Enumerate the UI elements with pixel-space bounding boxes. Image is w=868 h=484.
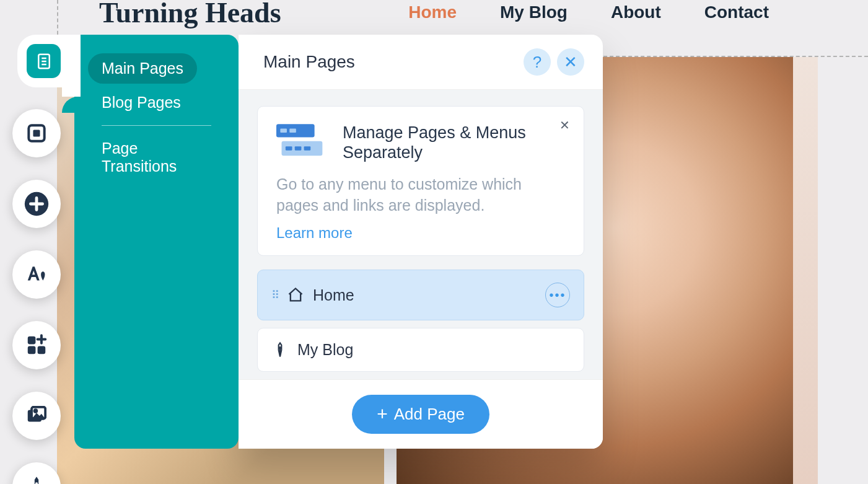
svg-point-13 [34,410,37,412]
left-toolbar [12,36,61,484]
svg-rect-5 [33,130,40,136]
pen-icon [271,341,289,359]
pages-panel: Main Pages ? ✕ ✕ [239,35,603,449]
info-card-close-button[interactable]: ✕ [559,118,570,133]
media-icon [25,404,48,428]
hero-image-right-edge [793,57,818,484]
tool-blog-button[interactable] [12,462,61,484]
tool-apps-button[interactable] [12,321,61,369]
nav-link-home[interactable]: Home [408,2,457,22]
page-item-my-blog[interactable]: My Blog [257,328,584,372]
svg-rect-22 [304,146,311,150]
close-panel-button[interactable]: ✕ [557,48,584,76]
section-icon [25,121,48,145]
drag-handle-icon[interactable]: ⠿ [271,288,278,302]
tool-pages-button[interactable] [17,35,70,87]
info-card-description: Go to any menu to customize which pages … [276,174,565,216]
svg-rect-21 [295,146,302,150]
add-page-label: Add Page [394,405,465,424]
nav-link-contact[interactable]: Contact [704,2,769,22]
plus-icon: + [377,408,388,420]
panel-header: Main Pages ? ✕ [239,35,603,90]
close-icon: ✕ [564,53,577,72]
nav-link-about[interactable]: About [611,2,661,22]
page-item-label: My Blog [297,341,353,359]
category-blog-pages[interactable]: Blog Pages [88,84,225,121]
plus-circle-icon [22,190,51,218]
site-header[interactable]: Turning Heads Home My Blog About Contact [0,0,868,37]
tool-add-button[interactable] [12,180,61,228]
page-item-more-button[interactable]: ••• [545,283,570,307]
panel-title: Main Pages [263,52,517,72]
pen-nib-icon [25,475,48,484]
tool-section-button[interactable] [12,109,61,157]
svg-rect-17 [280,129,287,133]
close-icon: ✕ [559,118,570,132]
category-divider [102,125,211,126]
info-card-title: Manage Pages & Menus Separately [343,123,565,163]
home-icon [287,286,304,304]
page-list: ⠿ Home ••• [257,270,584,372]
svg-rect-7 [28,337,36,345]
site-title[interactable]: Turning Heads [99,0,281,29]
svg-rect-20 [286,146,292,150]
panel-body: ✕ Manage Pages & Menus Separately [239,90,603,379]
theme-icon [25,263,48,286]
svg-rect-8 [38,346,46,354]
page-item-home[interactable]: ⠿ Home ••• [257,270,584,320]
add-page-button[interactable]: + Add Page [352,395,489,434]
svg-point-23 [279,347,281,349]
pages-icon [35,52,53,71]
category-main-pages[interactable]: Main Pages [88,53,197,84]
panel-footer: + Add Page [239,379,603,449]
nav-link-blog[interactable]: My Blog [500,2,568,22]
page-item-label: Home [313,286,354,304]
menus-illustration-icon [276,123,329,161]
svg-rect-9 [28,346,36,354]
info-card-learn-more-link[interactable]: Learn more [276,224,565,242]
pages-category-sidebar: Main Pages Blog Pages Page Transitions [74,35,239,449]
category-page-transitions[interactable]: Page Transitions [88,130,225,185]
help-button[interactable]: ? [524,48,551,76]
info-card: ✕ Manage Pages & Menus Separately [257,106,584,256]
more-icon: ••• [549,288,566,302]
help-icon: ? [533,53,541,72]
svg-rect-18 [289,129,296,133]
tool-theme-button[interactable] [12,250,61,299]
tool-media-button[interactable] [12,392,61,440]
apps-icon [25,333,48,357]
site-nav: Home My Blog About Contact [408,2,769,22]
